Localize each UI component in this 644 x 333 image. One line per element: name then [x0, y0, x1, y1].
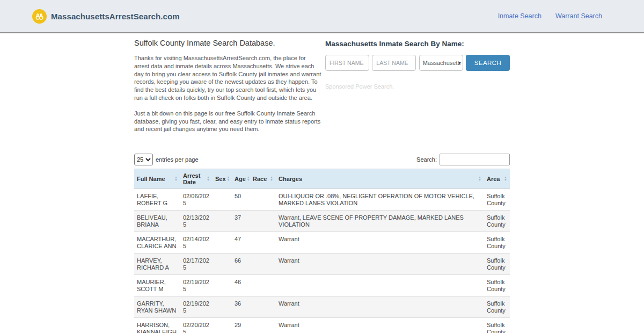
- cell-full-name: BELIVEAU, BRIANA: [134, 211, 180, 232]
- cell-full-name: MACARTHUR, CLARICE ANN: [134, 232, 180, 254]
- col-label: Charges: [279, 176, 302, 182]
- cell-sex: [213, 296, 232, 318]
- cell-charges: Warrant, LEAVE SCENE OF PROPERTY DAMAGE,…: [276, 211, 484, 232]
- col-label: Area: [487, 176, 500, 182]
- sponsored-note: Sponsored Power Search.: [325, 83, 510, 90]
- table-row: MACARTHUR, CLARICE ANN 02/14/2025 47 War…: [134, 232, 510, 254]
- cell-sex: [213, 318, 232, 333]
- cell-area: Suffolk County: [484, 275, 510, 296]
- sort-icon: ▲▼: [478, 176, 481, 182]
- cell-sex: [213, 211, 232, 232]
- first-name-input[interactable]: [325, 55, 369, 71]
- site-logo[interactable]: MassachusettsArrestSearch.com: [32, 9, 180, 24]
- site-header: MassachusettsArrestSearch.com Inmate Sea…: [0, 0, 644, 33]
- table-row: MAURIER, SCOTT M 02/19/2025 46 Suffolk C…: [134, 275, 510, 296]
- sort-icon: ▲▼: [207, 176, 210, 182]
- cell-age: 36: [232, 296, 250, 318]
- cell-arrest-date: 02/19/2025: [180, 275, 213, 296]
- cell-sex: [213, 254, 232, 275]
- cell-age: 29: [232, 318, 250, 333]
- cell-race: [250, 189, 276, 211]
- cell-sex: [213, 232, 232, 254]
- col-header-area[interactable]: Area▲▼: [484, 169, 510, 189]
- sort-icon: ▲▼: [174, 176, 178, 182]
- brand-name: MassachusettsArrestSearch.com: [51, 12, 180, 21]
- cell-arrest-date: 02/20/2025: [180, 318, 213, 333]
- search-button[interactable]: SEARCH: [466, 55, 510, 71]
- state-select[interactable]: Massachusetts ▾: [419, 55, 463, 71]
- handcuffs-icon: [32, 9, 47, 24]
- col-header-age[interactable]: Age▲▼: [232, 169, 250, 189]
- sort-icon: ▲▼: [504, 176, 507, 182]
- col-header-race[interactable]: Race▲▼: [250, 169, 276, 189]
- last-name-input[interactable]: [372, 55, 416, 71]
- table-controls: 25 entries per page Search:: [134, 154, 510, 165]
- cell-area: Suffolk County: [484, 232, 510, 254]
- col-header-full-name[interactable]: Full Name▲▼: [134, 169, 180, 189]
- cell-area: Suffolk County: [484, 318, 510, 333]
- col-header-arrest-date[interactable]: Arrest Date▲▼: [180, 169, 213, 189]
- sort-icon: ▲▼: [247, 176, 250, 182]
- search-panel-title: Massachusetts Inmate Search By Name:: [325, 40, 510, 48]
- cell-charges: Warrant: [276, 232, 484, 254]
- table-row: HARVEY, RICHARD A 02/17/2025 66 Warrant …: [134, 254, 510, 275]
- col-label: Sex: [215, 176, 226, 182]
- cell-race: [250, 275, 276, 296]
- cell-full-name: LAFFIE, ROBERT G: [134, 189, 180, 211]
- cell-age: 37: [232, 211, 250, 232]
- cell-charges: [276, 275, 484, 296]
- name-search-panel: Massachusetts Inmate Search By Name: Mas…: [325, 39, 510, 141]
- table-row: LAFFIE, ROBERT G 02/06/2025 50 OUI-LIQUO…: [134, 189, 510, 211]
- cell-arrest-date: 02/14/2025: [180, 232, 213, 254]
- cell-race: [250, 232, 276, 254]
- cell-area: Suffolk County: [484, 189, 510, 211]
- cell-full-name: MAURIER, SCOTT M: [134, 275, 180, 296]
- cell-sex: [213, 275, 232, 296]
- col-label: Full Name: [137, 176, 165, 182]
- cell-charges: Warrant: [276, 254, 484, 275]
- cell-race: [250, 296, 276, 318]
- entries-per-page-label: entries per page: [156, 156, 199, 163]
- nav-warrant-search[interactable]: Warrant Search: [555, 12, 602, 20]
- page-title: Suffolk County Inmate Search Database.: [134, 39, 322, 47]
- cell-area: Suffolk County: [484, 211, 510, 232]
- search-form: Massachusetts ▾ SEARCH: [325, 55, 510, 71]
- cell-full-name: HARRISON, KIANNALEIGH: [134, 318, 180, 333]
- col-label: Race: [253, 176, 267, 182]
- sort-icon: ▲▼: [270, 176, 273, 182]
- col-header-charges[interactable]: Charges▲▼: [276, 169, 484, 189]
- cell-race: [250, 211, 276, 232]
- table-header-row: Full Name▲▼ Arrest Date▲▼ Sex▲▼ Age▲▼ Ra…: [134, 169, 510, 189]
- cell-race: [250, 318, 276, 333]
- main-content: Suffolk County Inmate Search Database. T…: [134, 33, 510, 333]
- table-row: HARRISON, KIANNALEIGH 02/20/2025 29 Warr…: [134, 318, 510, 333]
- cell-area: Suffolk County: [484, 296, 510, 318]
- cell-arrest-date: 02/13/2025: [180, 211, 213, 232]
- sort-icon: ▲▼: [227, 176, 230, 182]
- intro-paragraph-1: Thanks for visiting MassachusettsArrestS…: [134, 54, 322, 102]
- cell-charges: Warrant: [276, 296, 484, 318]
- entries-per-page-select[interactable]: 25: [134, 154, 153, 165]
- cell-full-name: GARRITY, RYAN SHAWN: [134, 296, 180, 318]
- table-search-input[interactable]: [440, 154, 510, 165]
- table-row: BELIVEAU, BRIANA 02/13/2025 37 Warrant, …: [134, 211, 510, 232]
- col-label: Arrest Date: [183, 172, 206, 185]
- intro-paragraph-2: Just a bit down on this page is our free…: [134, 110, 322, 133]
- cell-race: [250, 254, 276, 275]
- table-row: GARRITY, RYAN SHAWN 02/19/2025 36 Warran…: [134, 296, 510, 318]
- cell-age: 66: [232, 254, 250, 275]
- col-label: Age: [235, 176, 246, 182]
- main-nav: Inmate Search Warrant Search: [498, 12, 602, 20]
- cell-arrest-date: 02/17/2025: [180, 254, 213, 275]
- cell-age: 46: [232, 275, 250, 296]
- cell-charges: OUI-LIQUOR OR .08%, NEGLIGENT OPERATION …: [276, 189, 484, 211]
- cell-age: 47: [232, 232, 250, 254]
- col-header-sex[interactable]: Sex▲▼: [213, 169, 232, 189]
- nav-inmate-search[interactable]: Inmate Search: [498, 12, 541, 20]
- table-search-label: Search:: [416, 156, 437, 163]
- cell-sex: [213, 189, 232, 211]
- inmate-records-table: Full Name▲▼ Arrest Date▲▼ Sex▲▼ Age▲▼ Ra…: [134, 169, 510, 333]
- chevron-down-icon: ▾: [458, 60, 461, 66]
- cell-arrest-date: 02/19/2025: [180, 296, 213, 318]
- intro-section: Suffolk County Inmate Search Database. T…: [134, 39, 322, 141]
